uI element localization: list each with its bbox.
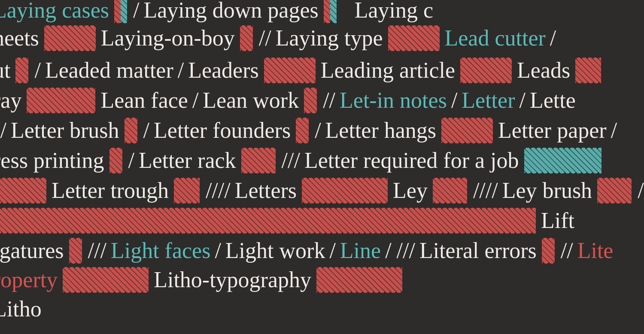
- row-8: igatures///Light faces/Light work/Line//…: [0, 236, 644, 265]
- separator-6-5: [302, 178, 388, 203]
- slash-divider-4-3: /: [143, 119, 149, 142]
- separator-6-2: [174, 178, 200, 203]
- term-3-11: Lette: [530, 89, 576, 112]
- slash-divider-1-8: /: [550, 27, 556, 49]
- term-8-0: igatures: [0, 240, 64, 262]
- slash-divider-6-3: ////: [206, 179, 231, 202]
- term-8-13: Lite: [577, 240, 614, 262]
- term-5-3: Letter rack: [139, 149, 236, 172]
- term-3-4: Lean work: [203, 89, 299, 112]
- term-8-5: Light work: [225, 240, 325, 262]
- separator-0-4: [324, 0, 349, 23]
- slash-divider-1-4: //: [259, 27, 271, 49]
- separator-5-7: [524, 148, 601, 173]
- separator-4-8: [441, 118, 493, 143]
- term-2-3: Leaded matter: [45, 59, 173, 82]
- term-4-1: Letter brush: [11, 119, 119, 142]
- term-3-9: Letter: [462, 89, 515, 112]
- slash-divider-5-2: /: [128, 149, 134, 172]
- term-2-5: Leaders: [188, 59, 259, 82]
- slash-divider-8-8: /: [385, 240, 391, 262]
- separator-4-2: [125, 118, 137, 143]
- separator-9-1: [63, 267, 149, 293]
- slash-divider-3-10: /: [519, 89, 525, 112]
- term-1-7: Lead cutter: [445, 27, 546, 49]
- term-8-3: Light faces: [111, 240, 210, 262]
- term-0-3: Laying down pages: [143, 0, 318, 21]
- term-2-7: Leading article: [321, 59, 455, 82]
- slash-divider-8-9: ///: [397, 240, 415, 262]
- term-4-4: Letter founders: [154, 119, 291, 142]
- separator-3-1: [27, 88, 95, 113]
- slash-divider-2-2: /: [34, 59, 40, 82]
- slash-divider-2-4: /: [178, 59, 184, 82]
- slash-divider-3-6: //: [323, 89, 335, 112]
- main-canvas: Laying cases/Laying down pagesLaying che…: [0, 0, 644, 334]
- separator-4-5: [296, 118, 309, 143]
- term-9-0: roperty: [0, 269, 58, 291]
- slash-divider-3-8: /: [451, 89, 457, 112]
- term-4-7: Letter hangs: [325, 119, 436, 142]
- separator-2-1: [15, 58, 28, 83]
- term-6-9: Ley brush: [502, 179, 592, 202]
- separator-1-3: [240, 25, 253, 51]
- slash-divider-8-6: /: [329, 240, 335, 262]
- separator-5-4: [241, 148, 276, 173]
- separator-1-1: [44, 25, 96, 51]
- term-2-0: ut: [0, 59, 10, 82]
- row-3: rayLean face/Lean work//Let-in notes/Let…: [0, 86, 644, 115]
- separator-6-7: [433, 178, 467, 203]
- separator-9-3: [316, 267, 402, 293]
- term-3-0: ray: [0, 89, 21, 112]
- term-0-5: Laying c: [355, 0, 433, 21]
- term-9-2: Litho-typography: [154, 269, 311, 291]
- slash-divider-5-5: ///: [282, 149, 300, 172]
- separator-6-10: [597, 178, 632, 203]
- term-6-4: Letters: [235, 179, 297, 202]
- slash-divider-3-3: /: [192, 89, 198, 112]
- term-1-5: Laying type: [276, 27, 383, 49]
- term-1-0: heets: [0, 27, 39, 49]
- slash-divider-4-0: //: [0, 119, 6, 142]
- slash-divider-6-8: ////: [473, 179, 498, 202]
- term-6-6: Ley: [393, 179, 428, 202]
- term-1-2: Laying-on-boy: [101, 27, 235, 49]
- term-8-7: Line: [340, 240, 381, 262]
- term-8-10: Literal errors: [419, 240, 537, 262]
- term-10-0: Litho: [0, 298, 42, 320]
- separator-6-0: [0, 178, 46, 203]
- row-1: heetsLaying-on-boy//Laying typeLead cutt…: [0, 24, 644, 53]
- slash-divider-8-12: //: [561, 240, 573, 262]
- term-2-9: Leads: [517, 59, 570, 82]
- slash-divider-0-2: /: [133, 0, 139, 21]
- separator-8-11: [542, 238, 555, 264]
- slash-divider-4-10: /: [611, 119, 617, 142]
- separator-1-6: [388, 25, 440, 51]
- row-7: Lift: [0, 206, 644, 235]
- term-6-1: Letter trough: [52, 179, 169, 202]
- separator-2-6: [264, 58, 316, 83]
- row-0: Laying cases/Laying down pagesLaying c: [0, 0, 644, 25]
- term-5-0: ress printing: [0, 149, 104, 172]
- term-3-7: Let-in notes: [340, 89, 447, 112]
- row-2: ut/Leaded matter/LeadersLeading articleL…: [0, 56, 644, 85]
- slash-divider-6-11: ////: [638, 179, 644, 202]
- term-3-2: Lean face: [100, 89, 188, 112]
- row-5: ress printing/Letter rack///Letter requi…: [0, 146, 644, 175]
- term-7-1: Lift: [541, 210, 574, 232]
- row-10: Litho: [0, 296, 644, 322]
- separator-0-1: [114, 0, 127, 23]
- slash-divider-8-2: ///: [88, 240, 106, 262]
- slash-divider-8-4: /: [215, 240, 221, 262]
- term-4-9: Letter paper: [498, 119, 607, 142]
- term-0-0: Laying cases: [0, 0, 109, 21]
- row-9: ropertyLitho-typography: [0, 265, 644, 295]
- row-6: Letter trough////LettersLey////Ley brush…: [0, 176, 644, 205]
- term-5-6: Letter required for a job: [304, 149, 519, 172]
- row-4: //Letter brush/Letter founders/Letter ha…: [0, 116, 644, 145]
- slash-divider-4-6: /: [315, 119, 321, 142]
- separator-5-1: [109, 148, 122, 173]
- separator-7-0: [0, 208, 536, 234]
- separator-2-8: [460, 58, 512, 83]
- separator-8-1: [69, 238, 82, 264]
